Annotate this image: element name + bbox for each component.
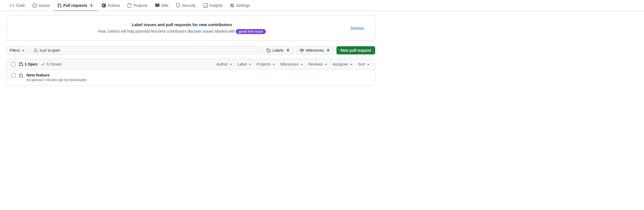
search-row: Filters Labels 9 bbox=[7, 46, 375, 54]
nav-item-actions[interactable]: Actions bbox=[98, 0, 124, 11]
sort-chevron-icon bbox=[366, 62, 371, 66]
dismiss-button[interactable]: Dismiss bbox=[348, 25, 366, 32]
filters-chevron-icon bbox=[21, 48, 25, 53]
milestones-filter-button[interactable]: Milestones bbox=[280, 62, 304, 66]
contributor-banner: Label issues and pull requests for new c… bbox=[7, 16, 375, 41]
milestone-icon bbox=[300, 48, 304, 53]
shield-icon bbox=[176, 3, 180, 8]
labels-count-badge: 9 bbox=[285, 48, 291, 52]
nav-item-wiki-label: Wiki bbox=[161, 3, 168, 8]
gear-icon bbox=[230, 3, 234, 8]
reviews-filter-label: Reviews bbox=[308, 62, 323, 66]
pr-list-header-right: Author Label Proje bbox=[216, 62, 371, 66]
author-filter-button[interactable]: Author bbox=[216, 62, 233, 66]
author-chevron-icon bbox=[229, 62, 233, 66]
nav-item-code[interactable]: Code bbox=[7, 0, 28, 11]
search-input[interactable] bbox=[40, 48, 258, 53]
main-content: Label issues and pull requests for new c… bbox=[0, 11, 382, 90]
milestones-filter-label: Milestones bbox=[280, 62, 299, 66]
search-input-wrap bbox=[31, 46, 261, 54]
assignee-filter-button[interactable]: Assignee bbox=[333, 62, 354, 66]
banner-description: Now, GitHub will help potential first-ti… bbox=[16, 29, 348, 34]
pr-open-icon bbox=[19, 73, 23, 78]
label-filter-button[interactable]: Label bbox=[237, 62, 252, 66]
banner-title: Label issues and pull requests for new c… bbox=[16, 22, 348, 27]
sort-filter-label: Sort bbox=[358, 62, 365, 66]
assignee-filter-label: Assignee bbox=[333, 62, 348, 66]
search-icon bbox=[34, 48, 38, 53]
nav-item-security[interactable]: Security bbox=[173, 0, 199, 11]
graph-icon bbox=[203, 3, 208, 8]
sort-filter-button[interactable]: Sort bbox=[358, 62, 371, 66]
projects-chevron-icon bbox=[272, 62, 276, 66]
banner-desc-prefix: Now, GitHub will help potential first-ti… bbox=[98, 29, 186, 33]
code-icon bbox=[10, 3, 14, 8]
projects-filter-label: Projects bbox=[257, 62, 270, 66]
label-icon bbox=[266, 48, 271, 53]
open-count-label: 1 Open bbox=[25, 62, 37, 66]
projects-filter-button[interactable]: Projects bbox=[257, 62, 276, 66]
nav-item-actions-label: Actions bbox=[108, 3, 120, 8]
closed-count[interactable]: 3 Closed bbox=[41, 62, 61, 66]
milestones-button[interactable]: Milestones 0 bbox=[296, 46, 334, 54]
pr-body: New feature #4 opened 2 minutes ago by f… bbox=[26, 73, 371, 82]
nav-item-settings-label: Settings bbox=[236, 3, 250, 8]
reviews-filter-button[interactable]: Reviews bbox=[308, 62, 328, 66]
author-filter-label: Author bbox=[216, 62, 228, 66]
nav-item-security-label: Security bbox=[182, 3, 196, 8]
nav-item-projects-label: Projects bbox=[134, 3, 148, 8]
pr-list-header-left: 1 Open 3 Closed bbox=[11, 62, 212, 66]
assignee-chevron-icon bbox=[349, 62, 354, 66]
new-pull-request-button[interactable]: New pull request bbox=[336, 46, 375, 54]
label-filter-label: Label bbox=[237, 62, 247, 66]
good-first-issue-badge: good first issue bbox=[236, 29, 266, 34]
nav-item-issues[interactable]: Issues bbox=[29, 0, 53, 11]
issue-icon bbox=[32, 3, 37, 8]
pr-icon bbox=[57, 3, 62, 8]
banner-content: Label issues and pull requests for new c… bbox=[16, 22, 348, 34]
discover-issues-link[interactable]: discover issues bbox=[188, 29, 215, 33]
pr-item-checkbox[interactable] bbox=[11, 73, 16, 78]
pr-item: New feature #4 opened 2 minutes ago by f… bbox=[7, 69, 375, 85]
closed-count-label: 3 Closed bbox=[46, 62, 61, 66]
reviews-chevron-icon bbox=[324, 62, 328, 66]
pr-list-header: 1 Open 3 Closed Author bbox=[7, 59, 375, 69]
pr-meta: #4 opened 2 minutes ago by franzknupfer bbox=[26, 78, 371, 82]
nav-item-insights[interactable]: Insights bbox=[200, 0, 226, 11]
label-chevron-icon bbox=[248, 62, 252, 66]
select-all-checkbox[interactable] bbox=[11, 62, 16, 66]
nav-item-settings[interactable]: Settings bbox=[227, 0, 253, 11]
nav-item-code-label: Code bbox=[16, 3, 25, 8]
nav-bar: Code Issues Pull requests 1 Actions bbox=[0, 0, 644, 11]
filters-label: Filters bbox=[10, 48, 20, 53]
labels-button[interactable]: Labels 9 bbox=[263, 46, 294, 54]
nav-item-issues-label: Issues bbox=[38, 3, 49, 8]
labels-label: Labels bbox=[272, 48, 284, 53]
projects-icon bbox=[128, 3, 132, 8]
milestones-label: Milestones bbox=[306, 48, 324, 53]
nav-item-pr-label: Pull requests bbox=[63, 3, 87, 8]
nav-item-projects[interactable]: Projects bbox=[124, 0, 151, 11]
open-count[interactable]: 1 Open bbox=[19, 62, 37, 66]
nav-item-pull-requests[interactable]: Pull requests 1 bbox=[54, 0, 97, 11]
actions-icon bbox=[102, 3, 106, 8]
pr-title[interactable]: New feature bbox=[26, 73, 371, 77]
milestones-filter-chevron-icon bbox=[300, 62, 304, 66]
filters-button[interactable]: Filters bbox=[7, 46, 28, 54]
nav-item-wiki[interactable]: Wiki bbox=[152, 0, 171, 11]
pr-list: 1 Open 3 Closed Author bbox=[7, 59, 375, 85]
wiki-icon bbox=[155, 3, 160, 8]
milestones-count-badge: 0 bbox=[326, 48, 331, 52]
pr-badge: 1 bbox=[89, 4, 94, 7]
nav-item-insights-label: Insights bbox=[209, 3, 222, 8]
